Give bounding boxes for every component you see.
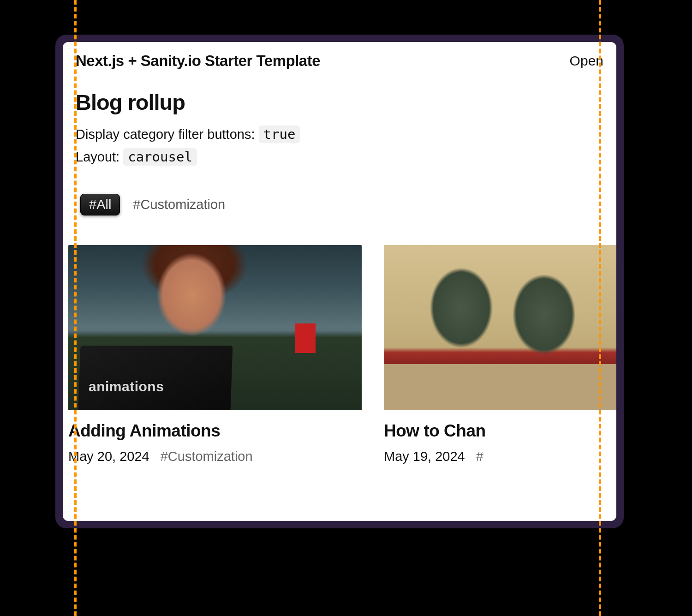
setting-filter-buttons: Display category filter buttons: true — [76, 123, 603, 146]
section-heading: Blog rollup — [76, 90, 603, 115]
setting-layout: Layout: carousel — [76, 146, 603, 168]
setting-filter-label: Display category filter buttons: — [76, 127, 259, 142]
card-title: Adding Animations — [68, 421, 362, 441]
image-accent — [295, 323, 316, 353]
blog-carousel[interactable]: lules tion animations Adding Animations … — [63, 215, 616, 464]
card-category[interactable]: #Customization — [161, 449, 253, 464]
topbar: Next.js + Sanity.io Starter Template Ope… — [63, 42, 616, 81]
category-filters: #All #Customization — [63, 169, 616, 215]
filter-all[interactable]: #All — [80, 194, 120, 215]
blog-card[interactable]: animations Adding Animations May 20, 202… — [68, 245, 362, 464]
window-frame: Next.js + Sanity.io Starter Template Ope… — [55, 35, 624, 528]
card-image — [384, 245, 616, 410]
setting-layout-label: Layout: — [76, 150, 123, 164]
image-overlay-text: animations — [89, 379, 164, 395]
card-category[interactable]: # — [476, 449, 483, 464]
image-laptop — [78, 346, 233, 410]
card-date: May 20, 2024 — [68, 449, 149, 464]
card-meta: May 20, 2024 #Customization — [68, 449, 362, 464]
guide-line-right — [599, 0, 601, 616]
card-date: May 19, 2024 — [384, 449, 465, 464]
card-title: How to Chan — [384, 421, 616, 441]
card-meta: May 19, 2024 # — [384, 449, 616, 464]
guide-line-left — [74, 0, 77, 616]
open-link[interactable]: Open — [570, 53, 603, 69]
setting-filter-value: true — [259, 126, 300, 143]
setting-layout-value: carousel — [123, 148, 197, 166]
filter-customization[interactable]: #Customization — [133, 194, 225, 215]
card-image: animations — [68, 245, 362, 410]
page-title: Next.js + Sanity.io Starter Template — [76, 52, 320, 70]
blog-card[interactable]: How to Chan May 19, 2024 # — [384, 245, 616, 464]
section-header: Blog rollup Display category filter butt… — [63, 81, 616, 169]
window-content: Next.js + Sanity.io Starter Template Ope… — [63, 42, 616, 521]
